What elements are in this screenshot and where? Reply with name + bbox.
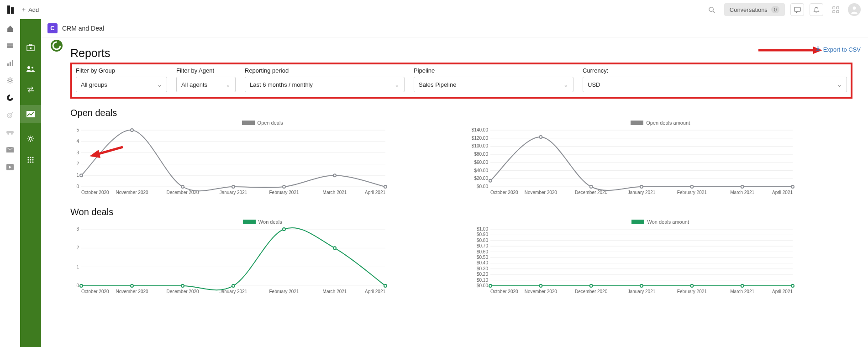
svg-text:3: 3	[76, 150, 79, 155]
svg-point-40	[32, 159, 33, 160]
bell-icon[interactable]	[810, 3, 823, 16]
trend-chart-icon[interactable]	[20, 105, 41, 123]
svg-text:1: 1	[76, 264, 79, 269]
filter-currency-label: Currency:	[583, 67, 847, 74]
plus-icon: +	[22, 6, 26, 13]
swap-icon[interactable]	[25, 84, 36, 95]
filter-currency-select[interactable]: USD ⌄	[583, 77, 847, 92]
svg-point-157	[539, 284, 542, 287]
chevron-down-icon: ⌄	[563, 81, 568, 88]
chart-won-deals-count: Won deals 0123October 2020November 2020D…	[70, 219, 455, 297]
svg-text:1: 1	[76, 173, 79, 178]
svg-text:$140.00: $140.00	[471, 127, 488, 132]
svg-point-101	[640, 185, 643, 188]
users-group-icon[interactable]	[25, 63, 36, 74]
svg-rect-4	[794, 7, 800, 11]
chart-open-deals-count: Open deals 012345October 2020November 20…	[70, 120, 455, 198]
filter-pipeline-label: Pipeline	[414, 67, 573, 74]
svg-text:March 2021: March 2021	[730, 190, 754, 195]
filter-group-select[interactable]: All groups ⌄	[76, 77, 167, 92]
filter-currency-value: USD	[588, 81, 600, 88]
svg-text:$0.80: $0.80	[476, 238, 488, 243]
svg-rect-13	[7, 63, 9, 66]
svg-text:$120.00: $120.00	[471, 136, 488, 141]
legend-swatch-gray	[242, 121, 255, 125]
svg-text:February 2021: February 2021	[677, 289, 706, 294]
svg-line-3	[713, 11, 715, 13]
download-icon	[815, 46, 821, 53]
section-open-deals-title: Open deals	[70, 108, 852, 118]
svg-text:4: 4	[76, 139, 79, 144]
svg-point-32	[32, 67, 33, 68]
filter-period-label: Reporting period	[245, 67, 405, 74]
svg-text:December 2020: December 2020	[575, 190, 608, 195]
chat-icon[interactable]	[790, 3, 804, 16]
legend-swatch-green	[631, 220, 644, 224]
play-icon[interactable]	[5, 162, 16, 173]
svg-point-104	[791, 185, 794, 188]
svg-point-120	[80, 284, 83, 287]
chevron-down-icon: ⌄	[395, 81, 400, 88]
bar-chart-icon[interactable]	[5, 58, 16, 68]
svg-text:November 2020: November 2020	[116, 190, 148, 195]
apps-dots-icon[interactable]	[25, 154, 36, 165]
svg-point-100	[589, 185, 592, 188]
svg-point-36	[30, 157, 31, 158]
add-button[interactable]: + Add	[22, 6, 39, 13]
svg-text:$0.40: $0.40	[476, 260, 488, 265]
briefcase-icon[interactable]	[25, 42, 36, 53]
svg-rect-29	[29, 44, 32, 46]
svg-point-69	[131, 129, 133, 131]
svg-text:$0.60: $0.60	[476, 249, 488, 254]
legend-open-deals: Open deals	[258, 120, 283, 126]
conversations-label: Conversations	[730, 6, 768, 13]
svg-point-21	[9, 115, 11, 116]
svg-text:March 2021: March 2021	[323, 190, 347, 195]
user-avatar[interactable]	[848, 3, 861, 16]
breadcrumb-app-name: CRM and Deal	[62, 25, 104, 32]
svg-text:April 2021: April 2021	[772, 289, 792, 294]
donut-icon[interactable]	[5, 92, 16, 103]
filter-period-select[interactable]: Last 6 months / monthly ⌄	[245, 77, 405, 92]
svg-rect-6	[832, 6, 835, 9]
gear-icon[interactable]	[5, 75, 16, 86]
svg-text:$0.00: $0.00	[476, 184, 488, 189]
apps-grid-icon[interactable]	[829, 3, 842, 16]
svg-text:$0.20: $0.20	[476, 272, 488, 277]
svg-point-72	[283, 185, 285, 188]
filter-agent-select[interactable]: All agents ⌄	[176, 77, 236, 92]
search-icon[interactable]	[705, 3, 719, 16]
home-icon[interactable]	[5, 23, 16, 34]
svg-point-41	[27, 161, 29, 163]
target-icon[interactable]	[5, 110, 16, 121]
svg-point-25	[11, 133, 13, 135]
legend-won-deals: Won deals	[258, 219, 282, 225]
car-icon[interactable]	[5, 127, 16, 138]
conversations-button[interactable]: Conversations 0	[724, 3, 785, 16]
svg-text:0: 0	[76, 283, 79, 288]
svg-point-38	[27, 159, 29, 160]
svg-point-34	[29, 137, 32, 140]
filter-period-value: Last 6 months / monthly	[250, 81, 313, 88]
inbox-icon[interactable]	[5, 40, 16, 51]
svg-point-42	[30, 161, 31, 163]
svg-point-43	[32, 161, 33, 163]
svg-point-2	[709, 7, 713, 11]
svg-text:$60.00: $60.00	[474, 160, 488, 165]
filter-pipeline-select[interactable]: Sales Pipeline ⌄	[414, 77, 573, 92]
svg-text:January 2021: January 2021	[627, 190, 655, 195]
svg-rect-8	[832, 11, 835, 13]
svg-point-68	[80, 174, 83, 177]
svg-line-22	[11, 112, 13, 114]
svg-text:October 2020: October 2020	[490, 190, 518, 195]
page-title: Reports	[70, 47, 852, 60]
svg-point-102	[690, 185, 693, 188]
svg-point-160	[690, 284, 693, 287]
mail-icon[interactable]	[5, 144, 16, 155]
legend-swatch-gray	[631, 121, 643, 125]
gear-icon[interactable]	[25, 133, 36, 144]
svg-text:January 2021: January 2021	[627, 289, 655, 294]
svg-text:2: 2	[76, 161, 79, 166]
svg-text:$100.00: $100.00	[471, 143, 488, 148]
export-csv-button[interactable]: Export to CSV	[815, 46, 861, 53]
